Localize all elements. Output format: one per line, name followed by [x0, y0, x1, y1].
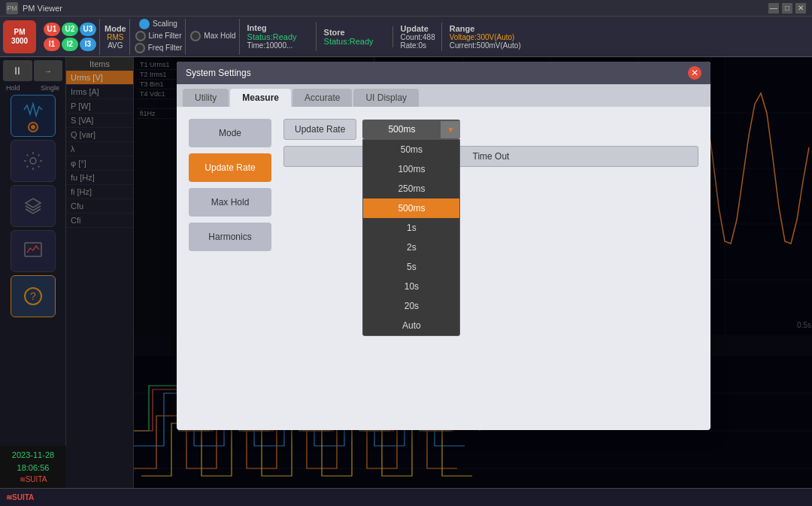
dropdown-item-250ms[interactable]: 250ms [363, 179, 459, 198]
maximize-button[interactable]: □ [782, 3, 792, 14]
datetime-display: 2023-11-28 18:06:56 ≋SUITA [0, 446, 66, 488]
i1-button[interactable]: I1 [44, 38, 60, 51]
update-rate-label-button[interactable]: Update Rate [283, 119, 356, 140]
toolbar: PM 3000 U1 U2 U3 I1 I2 I3 Mode RMS AVG S… [0, 17, 812, 57]
line-filter-label: Line Filter [149, 32, 182, 40]
line-filter-toggle[interactable] [135, 31, 146, 41]
rate-selected-value: 500ms [362, 120, 441, 139]
dropdown-item-5s[interactable]: 5s [363, 257, 459, 277]
update-rate-area: Update Rate 500ms ▼ 50ms 100ms 250ms [283, 119, 698, 167]
rate-top-row: Update Rate 500ms ▼ 50ms 100ms 250ms [283, 119, 698, 140]
dropdown-item-10s[interactable]: 10s [363, 277, 459, 296]
integ-title: Integ [247, 23, 310, 32]
u3-button[interactable]: U3 [80, 23, 96, 36]
dropdown-item-50ms[interactable]: 50ms [363, 140, 459, 159]
modal-nav-buttons: Mode Update Rate Max Hold Harmonics [189, 119, 271, 418]
max-hold-toggle[interactable] [190, 31, 201, 41]
modal-right-content: Update Rate 500ms ▼ 50ms 100ms 250ms [283, 119, 698, 418]
status-bar: ≋SUITA [0, 488, 812, 506]
dropdown-item-2s[interactable]: 2s [363, 238, 459, 257]
rate-dropdown-list: 50ms 100ms 250ms 500ms 1s 2s 5s 10s 20s … [362, 139, 460, 336]
minimize-button[interactable]: — [768, 3, 779, 14]
modal-content: Mode Update Rate Max Hold Harmonics Upda… [177, 107, 710, 430]
mode-label: Mode [105, 24, 126, 33]
dropdown-item-auto[interactable]: Auto [363, 316, 459, 335]
timeout-button[interactable]: Time Out [283, 146, 698, 167]
status-logo: ≋SUITA [6, 493, 34, 501]
tab-measure[interactable]: Measure [230, 89, 291, 107]
window-controls: — □ ✕ [768, 3, 806, 14]
freq-filter-label: Freq Filter [148, 44, 183, 52]
max-hold-section: Max Hold [187, 19, 239, 55]
i3-button[interactable]: I3 [80, 38, 96, 51]
app-title: PM Viewer [23, 4, 62, 13]
store-title: Store [324, 28, 386, 37]
nav-harmonics-button[interactable]: Harmonics [189, 223, 271, 251]
avg-label: AVG [108, 41, 123, 50]
update-section: Update Count:488 Rate:0s [395, 23, 442, 51]
range-current: Current:500mV(Auto) [450, 41, 521, 50]
freq-filter-toggle[interactable] [135, 43, 145, 53]
modal-title: System Settings [186, 68, 251, 78]
scaling-label: Scaling [153, 20, 177, 28]
app-logo: PM 3000 [3, 20, 36, 53]
modal-title-bar: System Settings ✕ [177, 62, 710, 84]
nav-update-rate-button[interactable]: Update Rate [189, 153, 271, 182]
u-channels: U1 U2 U3 [44, 23, 96, 36]
range-voltage: Voltage:300V(Auto) [450, 33, 521, 41]
store-status: Status:Ready [324, 37, 386, 46]
tab-utility[interactable]: Utility [183, 89, 229, 107]
scaling-section: Scaling Line Filter Freq Filter [132, 19, 186, 55]
mode-section: Mode RMS AVG [102, 19, 130, 55]
dropdown-arrow-icon: ▼ [441, 121, 460, 138]
range-title: Range [450, 24, 521, 33]
modal-tabs: Utility Measure Accurate UI Display [177, 84, 710, 107]
integ-section: Integ Status:Ready Time:10000... [241, 22, 317, 51]
modal-overlay: System Settings ✕ Utility Measure Accura… [0, 57, 812, 506]
nav-max-hold-button[interactable]: Max Hold [189, 188, 271, 217]
time-display: 18:06:56 [3, 462, 63, 474]
integ-time: Time:10000... [247, 41, 310, 50]
rms-label: RMS [107, 33, 123, 41]
max-hold-label: Max Hold [204, 32, 235, 40]
modal-close-button[interactable]: ✕ [688, 66, 701, 80]
date-display: 2023-11-28 [3, 449, 63, 462]
scaling-toggle[interactable] [139, 19, 150, 29]
channel-section: U1 U2 U3 I1 I2 I3 [41, 19, 100, 55]
app-icon: PM [6, 2, 18, 14]
u1-button[interactable]: U1 [44, 23, 60, 36]
store-section: Store Status:Ready [318, 26, 393, 47]
range-section: Range Voltage:300V(Auto) Current:500mV(A… [444, 23, 527, 51]
nav-mode-button[interactable]: Mode [189, 119, 271, 147]
dropdown-item-20s[interactable]: 20s [363, 296, 459, 316]
dropdown-item-500ms[interactable]: 500ms [363, 198, 459, 218]
rate-dropdown-container: 500ms ▼ 50ms 100ms 250ms 500ms 1s 2s [362, 120, 460, 139]
close-window-button[interactable]: ✕ [795, 3, 806, 14]
title-bar: PM PM Viewer — □ ✕ [0, 0, 812, 17]
integ-status: Status:Ready [247, 32, 310, 41]
dropdown-item-100ms[interactable]: 100ms [363, 159, 459, 179]
rate-selected-display[interactable]: 500ms ▼ [362, 120, 460, 139]
suita-logo: ≋SUITA [3, 474, 63, 485]
u2-button[interactable]: U2 [62, 23, 78, 36]
system-settings-dialog: System Settings ✕ Utility Measure Accura… [177, 62, 710, 430]
update-count: Count:488 [401, 33, 435, 41]
dropdown-item-1s[interactable]: 1s [363, 218, 459, 238]
update-rate-display: Rate:0s [401, 41, 435, 50]
update-title: Update [401, 24, 435, 33]
tab-ui-display[interactable]: UI Display [353, 89, 419, 107]
i2-button[interactable]: I2 [62, 38, 78, 51]
i-channels: I1 I2 I3 [44, 38, 96, 51]
tab-accurate[interactable]: Accurate [292, 89, 352, 107]
